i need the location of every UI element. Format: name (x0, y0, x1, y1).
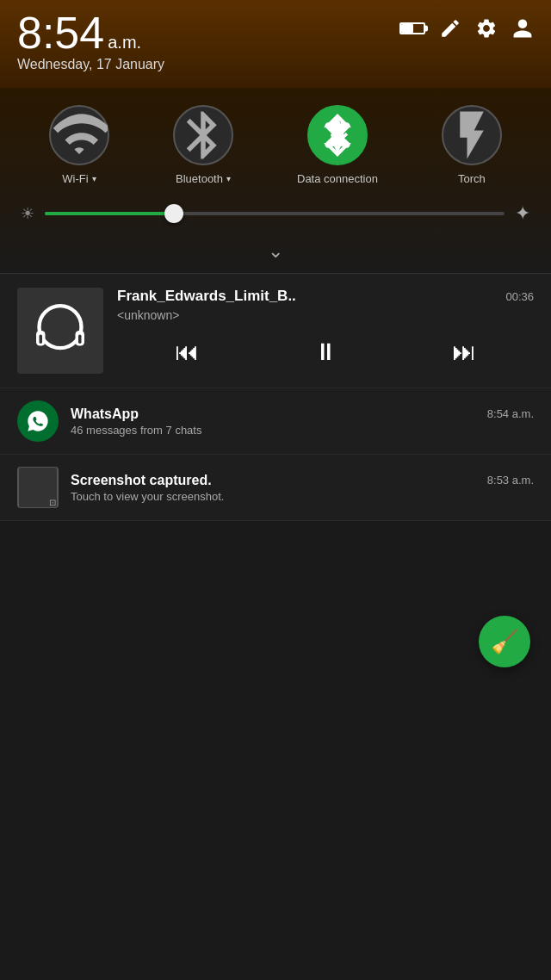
screenshot-thumbnail (17, 467, 59, 508)
wifi-toggle-circle[interactable] (49, 105, 109, 165)
brightness-thumb[interactable] (164, 204, 183, 223)
clock-time: 8:54a.m. (17, 10, 164, 55)
music-pause-button[interactable]: ⏸ (303, 334, 348, 369)
brightness-slider-row: ☀ ✦ (17, 202, 534, 225)
screenshot-notification[interactable]: Screenshot captured. 8:53 a.m. Touch to … (0, 455, 551, 521)
music-prev-button[interactable]: ⏮ (164, 334, 209, 369)
music-title: Frank_Edwards_Limit_B.. (117, 288, 296, 305)
music-controls: ⏮ ⏸ ⏭ (117, 334, 534, 369)
status-bar: 8:54a.m. Wednesday, 17 January (0, 0, 551, 88)
data-toggle-circle[interactable]: ⇅ (307, 105, 368, 165)
wifi-toggle-label: Wi-Fi ▾ (62, 172, 96, 185)
music-artist: <unknown> (117, 308, 534, 322)
music-notification[interactable]: Frank_Edwards_Limit_B.. 00:36 <unknown> … (0, 274, 551, 388)
whatsapp-notification-content: WhatsApp 8:54 a.m. 46 messages from 7 ch… (71, 406, 534, 437)
broom-icon: 🧹 (491, 629, 518, 655)
whatsapp-notification-desc: 46 messages from 7 chats (71, 424, 534, 437)
quick-toggles: Wi-Fi ▾ Bluetooth ▾ (17, 105, 534, 185)
svg-marker-1 (331, 116, 345, 133)
brightness-slider[interactable] (45, 212, 505, 215)
expand-chevron-icon[interactable]: ⌄ (268, 240, 283, 263)
data-toggle-label: Data connection (297, 172, 378, 185)
svg-point-3 (40, 306, 82, 348)
svg-rect-7 (78, 334, 82, 344)
bluetooth-toggle-circle[interactable] (173, 105, 233, 165)
brightness-high-icon: ✦ (515, 202, 530, 225)
wifi-toggle[interactable]: Wi-Fi ▾ (49, 105, 109, 185)
user-icon[interactable] (511, 17, 534, 40)
torch-toggle-label: Torch (458, 172, 486, 185)
data-connection-toggle[interactable]: ⇅ Data connection (297, 105, 378, 185)
bottom-area: 🧹 (0, 521, 551, 693)
settings-icon[interactable] (475, 17, 498, 40)
brightness-low-icon: ☀ (21, 204, 34, 223)
whatsapp-notification[interactable]: WhatsApp 8:54 a.m. 46 messages from 7 ch… (0, 388, 551, 455)
screenshot-notification-time: 8:53 a.m. (487, 474, 534, 487)
whatsapp-icon (17, 400, 59, 442)
music-elapsed: 00:36 (505, 290, 534, 303)
svg-rect-6 (40, 334, 43, 344)
battery-icon (399, 22, 425, 34)
bluetooth-toggle[interactable]: Bluetooth ▾ (173, 105, 233, 185)
screenshot-notification-title: Screenshot captured. (71, 473, 212, 488)
time-block: 8:54a.m. Wednesday, 17 January (17, 10, 164, 72)
music-next-button[interactable]: ⏭ (442, 334, 486, 369)
edit-icon[interactable] (439, 17, 461, 40)
bluetooth-toggle-label: Bluetooth ▾ (176, 172, 231, 185)
whatsapp-notification-title: WhatsApp (71, 406, 139, 422)
screenshot-notification-content: Screenshot captured. 8:53 a.m. Touch to … (71, 473, 534, 503)
torch-toggle-circle[interactable] (442, 105, 502, 165)
brightness-fill (45, 212, 174, 215)
date-display: Wednesday, 17 January (17, 57, 164, 72)
whatsapp-notification-time: 8:54 a.m. (487, 407, 534, 420)
music-album-art (17, 288, 103, 374)
svg-marker-2 (331, 138, 345, 154)
quick-settings-panel: Wi-Fi ▾ Bluetooth ▾ (0, 88, 551, 273)
expand-row: ⌄ (17, 235, 534, 264)
clear-notifications-fab[interactable]: 🧹 (479, 616, 530, 667)
music-info-panel: Frank_Edwards_Limit_B.. 00:36 <unknown> … (117, 288, 534, 369)
screenshot-notification-desc: Touch to view your screenshot. (71, 490, 534, 503)
screenshot-thumb-image (17, 467, 59, 508)
torch-toggle[interactable]: Torch (442, 105, 502, 185)
status-icons (399, 17, 534, 40)
